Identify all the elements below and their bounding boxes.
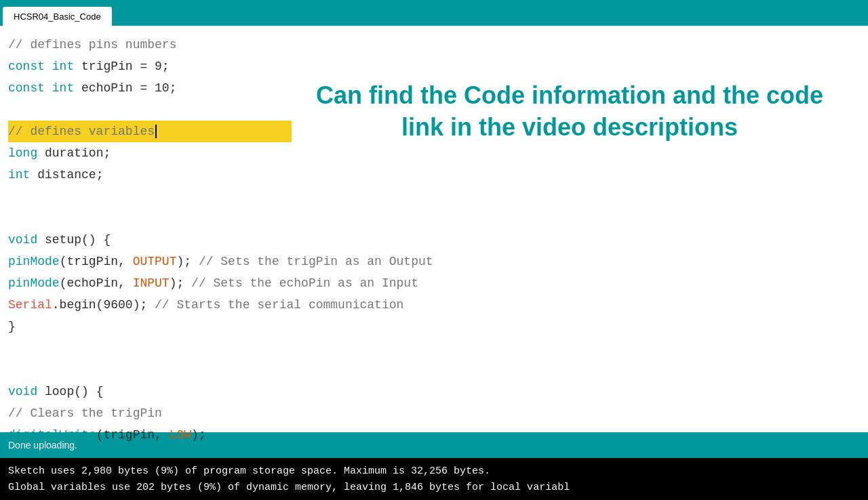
code-line-12: pinMode(echoPin, INPUT); // Sets the ech… — [8, 272, 292, 294]
overlay-line1: Can find the Code information and the co… — [285, 80, 854, 112]
tab-label: HCSR04_Basic_Code — [14, 12, 101, 22]
kw-serial: Serial — [8, 294, 52, 316]
code-line-6: long duration; — [8, 142, 292, 164]
kw-void: void — [8, 229, 45, 251]
code-text4: distance; — [37, 164, 103, 186]
code-line-13: Serial.begin(9600); // Starts the serial… — [8, 294, 292, 316]
code-line-15 — [8, 337, 292, 359]
kw-void2: void — [8, 381, 45, 402]
code-line-16 — [8, 359, 292, 381]
code-line-10: void setup() { — [8, 229, 292, 251]
kw-pinmode2: pinMode — [8, 272, 60, 294]
code-text5: setup() { — [45, 229, 111, 251]
console-line-2: Global variables use 202 bytes (9%) of d… — [8, 480, 860, 496]
kw-long: long — [8, 142, 45, 164]
code-brace1: } — [8, 316, 16, 337]
kw-const2: const — [8, 77, 52, 99]
code-comment6: // Clears the trigPin — [8, 402, 162, 424]
code-section: // defines pins numbers const int trigPi… — [0, 26, 292, 432]
kw-int: int — [52, 56, 81, 77]
text-cursor — [155, 125, 157, 138]
kw-pinmode: pinMode — [8, 251, 60, 272]
code-text: trigPin = 9; — [81, 56, 170, 77]
tab-bar: HCSR04_Basic_Code — [0, 0, 868, 26]
code-comment5: // Starts the serial communication — [155, 294, 403, 316]
code-text11: loop() { — [45, 381, 103, 402]
code-line-14: } — [8, 316, 292, 337]
kw-input: INPUT — [133, 272, 170, 294]
code-comment4: // Sets the echoPin as an Input — [191, 272, 418, 294]
console-area: Sketch uses 2,980 bytes (9%) of program … — [0, 458, 868, 500]
code-text13: ); — [191, 424, 206, 446]
code-comment2: // defines variables — [8, 121, 155, 142]
code-line-17: void loop() { — [8, 381, 292, 402]
kw-output: OUTPUT — [133, 251, 177, 272]
code-text6: (trigPin, — [60, 251, 133, 272]
code-text2: echoPin = 10; — [81, 77, 176, 99]
code-comment3: // Sets the trigPin as an Output — [199, 251, 433, 272]
code-text12: (trigPin, — [96, 424, 170, 446]
tab-hcsr04[interactable]: HCSR04_Basic_Code — [3, 7, 112, 26]
console-line-1: Sketch uses 2,980 bytes (9%) of program … — [8, 463, 860, 480]
code-comment: // defines pins numbers — [8, 34, 176, 56]
code-line-7: int distance; — [8, 164, 292, 186]
code-text7: ); — [176, 251, 198, 272]
code-line-3: const int echoPin = 10; — [8, 77, 292, 99]
kw-int2: int — [52, 77, 81, 99]
overlay-text: Can find the Code information and the co… — [285, 80, 854, 144]
code-text3: duration; — [45, 142, 111, 164]
code-text8: (echoPin, — [60, 272, 133, 294]
kw-int3: int — [8, 164, 37, 186]
code-line-18: // Clears the trigPin — [8, 402, 292, 424]
overlay-line2: link in the video descriptions — [285, 112, 854, 144]
code-line-4 — [8, 99, 292, 121]
kw-digitalwrite: digitalWrite — [8, 424, 96, 446]
code-line-1: // defines pins numbers — [8, 34, 292, 56]
code-line-8 — [8, 186, 292, 207]
editor-area: // defines pins numbers const int trigPi… — [0, 26, 868, 432]
kw-low: LOW — [170, 424, 191, 446]
code-text9: ); — [170, 272, 191, 294]
code-text10: .begin(9600); — [52, 294, 155, 316]
code-line-11: pinMode(trigPin, OUTPUT); // Sets the tr… — [8, 251, 292, 272]
code-line-9 — [8, 207, 292, 229]
code-line-19: digitalWrite(trigPin, LOW); — [8, 424, 292, 446]
kw-const: const — [8, 56, 52, 77]
code-line-2: const int trigPin = 9; — [8, 56, 292, 77]
code-line-5: // defines variables — [8, 121, 292, 142]
